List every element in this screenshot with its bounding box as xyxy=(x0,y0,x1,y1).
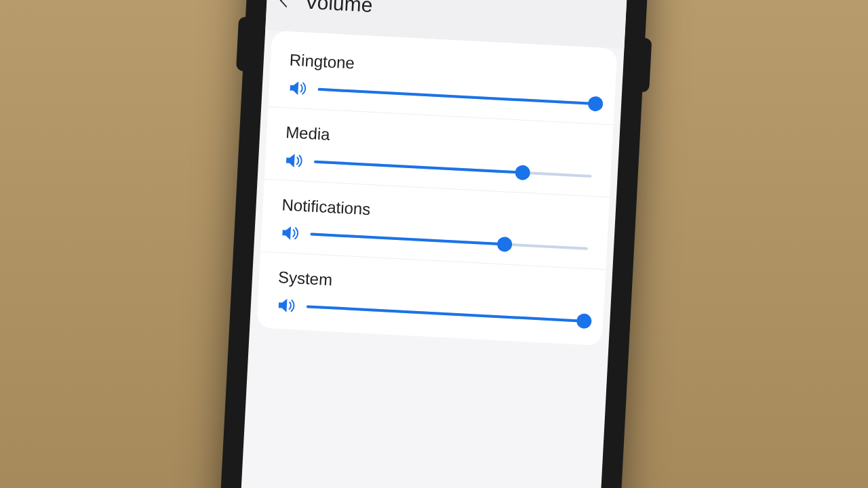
back-icon[interactable] xyxy=(280,0,294,7)
screen: 11:59 84% xyxy=(239,0,629,488)
phone-case: 11:59 84% xyxy=(218,0,650,488)
notifications-label: Notifications xyxy=(281,195,590,230)
speaker-icon xyxy=(283,151,304,170)
ringtone-slider[interactable] xyxy=(317,82,596,111)
system-label: System xyxy=(277,268,586,303)
speaker-icon xyxy=(280,224,301,243)
volume-card: Ringtone Media xyxy=(256,30,617,346)
media-slider[interactable] xyxy=(314,155,593,184)
ringtone-label: Ringtone xyxy=(289,50,597,85)
media-label: Media xyxy=(285,123,594,158)
speaker-icon xyxy=(288,79,309,98)
notifications-slider[interactable] xyxy=(310,226,589,256)
system-slider[interactable] xyxy=(306,299,585,328)
speaker-icon xyxy=(276,296,297,315)
phone-frame: 11:59 84% xyxy=(178,0,691,488)
page-title: Volume xyxy=(304,0,374,17)
